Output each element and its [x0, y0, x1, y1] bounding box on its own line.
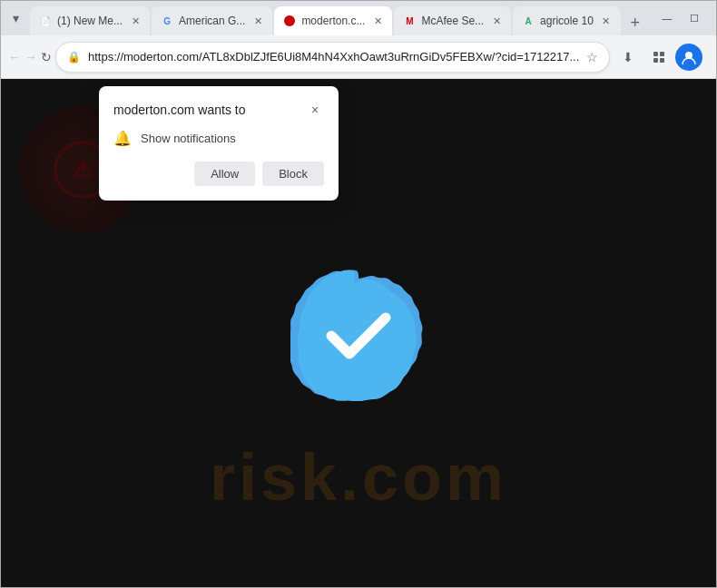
tab-4-label: McAfee Se...: [421, 15, 484, 27]
toolbar-icons: ⬇: [614, 43, 717, 72]
tab-5-close[interactable]: ✕: [599, 14, 614, 28]
forward-button[interactable]: →: [25, 43, 37, 72]
page-content: ⚠ risk.com moderton.com wants to: [1, 79, 716, 587]
tab-1-close[interactable]: ✕: [128, 14, 142, 28]
refresh-button[interactable]: ↻: [41, 43, 52, 72]
svg-rect-0: [653, 52, 658, 56]
verified-badge: [290, 265, 427, 401]
tab-4-close[interactable]: ✕: [489, 14, 504, 28]
address-bar: ← → ↻ 🔒 https://moderton.com/ATL8xDblZJf…: [1, 35, 716, 79]
tab-5[interactable]: A agricole 10 ✕: [513, 6, 621, 35]
browser-window: ▾ 📄 (1) New Me... ✕ G American G... ✕: [0, 0, 717, 588]
window-controls: — ☐ ✕: [648, 1, 717, 35]
tab-4-favicon: M: [403, 15, 416, 27]
minimize-button[interactable]: —: [655, 6, 679, 30]
new-tab-button[interactable]: +: [623, 10, 648, 35]
profile-button[interactable]: [675, 44, 702, 71]
popup-header: moderton.com wants to ×: [113, 101, 324, 119]
popup-buttons: Allow Block: [113, 162, 324, 186]
tab-3-favicon: [283, 15, 296, 27]
popup-title: moderton.com wants to: [113, 103, 246, 117]
maximize-button[interactable]: ☐: [683, 6, 706, 30]
tab-bar-left: ▾: [1, 1, 30, 35]
watermark: risk.com: [1, 440, 716, 514]
back-button[interactable]: ←: [8, 43, 21, 72]
tab-2[interactable]: G American G... ✕: [152, 6, 272, 35]
download-button[interactable]: ⬇: [614, 43, 643, 72]
close-window-button[interactable]: ✕: [710, 6, 717, 30]
tab-1-label: (1) New Me...: [57, 15, 123, 27]
svg-rect-3: [660, 58, 664, 63]
tab-3-close[interactable]: ✕: [370, 14, 385, 28]
tab-1-favicon: 📄: [39, 15, 52, 27]
tab-3-label: moderton.c...: [301, 15, 365, 27]
tab-5-label: agricole 10: [540, 15, 594, 27]
address-text: https://moderton.com/ATL8xDblZJfE6Ui8M4h…: [88, 50, 579, 64]
tab-bar: ▾ 📄 (1) New Me... ✕ G American G... ✕: [1, 1, 716, 35]
menu-button[interactable]: [704, 43, 717, 72]
svg-rect-2: [653, 58, 658, 63]
bookmark-icon[interactable]: ☆: [586, 50, 598, 64]
popup-permission: 🔔 Show notifications: [113, 130, 324, 147]
bell-icon: 🔔: [113, 130, 132, 147]
tab-5-favicon: A: [522, 15, 535, 27]
notification-popup: moderton.com wants to × 🔔 Show notificat…: [99, 86, 339, 201]
extensions-button[interactable]: [644, 43, 673, 72]
popup-permission-label: Show notifications: [141, 132, 236, 145]
allow-button[interactable]: Allow: [194, 162, 255, 186]
block-button[interactable]: Block: [262, 162, 324, 186]
svg-text:⚠: ⚠: [74, 158, 92, 181]
tab-1[interactable]: 📄 (1) New Me... ✕: [30, 6, 150, 35]
tab-2-close[interactable]: ✕: [250, 14, 265, 28]
tab-list-btn[interactable]: ▾: [5, 7, 26, 29]
popup-close-button[interactable]: ×: [306, 101, 324, 119]
tab-3[interactable]: moderton.c... ✕: [274, 6, 392, 35]
tab-4[interactable]: M McAfee Se... ✕: [394, 6, 511, 35]
tab-2-favicon: G: [161, 15, 173, 27]
address-input[interactable]: 🔒 https://moderton.com/ATL8xDblZJfE6Ui8M…: [55, 42, 610, 73]
tab-2-label: American G...: [179, 15, 245, 27]
tabs-container: 📄 (1) New Me... ✕ G American G... ✕ mode…: [30, 1, 648, 35]
lock-icon: 🔒: [67, 51, 81, 64]
svg-rect-1: [660, 52, 664, 56]
